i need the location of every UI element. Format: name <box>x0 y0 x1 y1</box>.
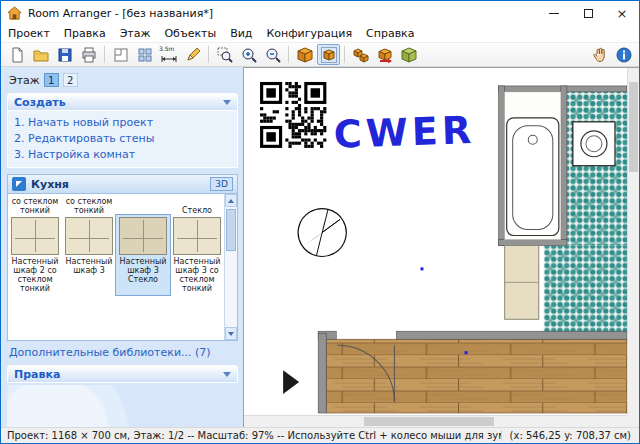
scrollbar-thumb[interactable] <box>364 417 494 426</box>
library-icon <box>12 177 26 191</box>
canvas-vertical-scrollbar[interactable] <box>627 68 639 415</box>
library-item[interactable]: Настенный шкаф 2 со стеклом тонкий <box>8 215 62 295</box>
pencil-icon <box>185 47 201 63</box>
menu-objects[interactable]: Объекты <box>157 26 223 41</box>
edit-panel: Правка <box>7 365 238 383</box>
floor-tab-1[interactable]: 1 <box>44 73 59 87</box>
floor-plan-canvas[interactable]: CWER <box>244 68 627 415</box>
zoom-in-button[interactable] <box>237 44 260 65</box>
library-partial-row: со стеклом тонкий со стеклом тонкий Стек… <box>8 194 224 215</box>
close-button[interactable]: × <box>605 1 639 25</box>
library-item-label: Настенный шкаф 2 со стеклом тонкий <box>9 257 61 293</box>
info-button[interactable] <box>612 44 635 65</box>
save-button[interactable] <box>53 44 76 65</box>
menu-edit[interactable]: Правка <box>57 26 113 41</box>
hand-tool-button[interactable] <box>588 44 611 65</box>
link-edit-walls[interactable]: 2. Редактировать стены <box>14 131 231 147</box>
chevron-down-icon[interactable] <box>223 372 231 377</box>
open-folder-icon <box>33 47 49 63</box>
scrollbar-thumb[interactable] <box>629 82 638 172</box>
walkthrough-button[interactable] <box>373 44 396 65</box>
dimension-button[interactable]: 3.5m <box>157 44 180 65</box>
canvas-horizontal-scrollbar[interactable] <box>244 415 627 427</box>
menu-view[interactable]: Вид <box>223 26 259 41</box>
bathtub[interactable] <box>507 118 559 236</box>
cabinet-thumbnail <box>65 217 113 255</box>
floor-plan-area: CWER <box>243 67 639 427</box>
library-item[interactable]: Настенный шкаф 3 со стеклом тонкий <box>170 215 224 295</box>
more-libraries-link[interactable]: Дополнительные библиотеки... (7) <box>9 346 238 359</box>
library-scrollbar[interactable] <box>224 194 237 340</box>
app-icon <box>7 6 22 21</box>
view-3d-button[interactable] <box>293 44 316 65</box>
zoom-window-button[interactable] <box>213 44 236 65</box>
objects-3d-button[interactable] <box>349 44 372 65</box>
floor-label: Этаж <box>9 74 40 87</box>
menu-configuration[interactable]: Конфигурация <box>259 26 359 41</box>
library-title: Кухня <box>31 178 205 191</box>
triangle-marker[interactable] <box>283 370 299 394</box>
cabinet-thumbnail <box>119 217 167 255</box>
link-room-setup[interactable]: 3. Настройка комнат <box>14 147 231 163</box>
new-document-icon <box>9 47 25 63</box>
room-plan-icon <box>113 47 129 63</box>
library-header[interactable]: Кухня 3D <box>7 174 238 194</box>
library-item-selected[interactable]: Настенный шкаф 3 Стекло <box>116 215 170 295</box>
menu-help[interactable]: Справка <box>359 26 421 41</box>
library-list: со стеклом тонкий со стеклом тонкий Стек… <box>7 194 238 341</box>
minimize-button[interactable] <box>537 1 571 25</box>
close-icon: × <box>617 7 628 20</box>
scene-3d-icon <box>401 47 417 63</box>
floor-tab-2[interactable]: 2 <box>63 73 78 87</box>
title-bar[interactable]: Room Arranger - [без названия*] × <box>1 1 639 25</box>
library-partial-label[interactable]: Стекло <box>170 206 224 215</box>
menu-project[interactable]: Проект <box>1 26 57 41</box>
compass-symbol[interactable] <box>293 204 351 262</box>
dimension-label: 3.5m <box>159 45 174 52</box>
toolbar: 3.5m <box>1 43 639 67</box>
toolbar-separator <box>208 46 209 63</box>
chevron-down-icon[interactable] <box>223 100 231 105</box>
minimize-icon <box>549 13 559 14</box>
room-design-button[interactable] <box>109 44 132 65</box>
annotation-text[interactable]: CWER <box>333 108 476 157</box>
toolbar-separator <box>104 46 105 63</box>
maximize-button[interactable] <box>571 1 605 25</box>
tiled-floor-lower <box>544 245 627 333</box>
library-partial-label[interactable]: со стеклом тонкий <box>62 197 116 215</box>
view-3d-frame-button[interactable] <box>317 44 340 65</box>
scroll-down-button[interactable] <box>225 327 237 340</box>
link-start-new-project[interactable]: 1. Начать новый проект <box>14 115 231 131</box>
library-partial-label[interactable]: со стеклом тонкий <box>8 197 62 215</box>
scrollbar-thumb[interactable] <box>226 209 236 251</box>
washing-machine[interactable] <box>573 122 615 166</box>
zoom-out-button[interactable] <box>261 44 284 65</box>
arrow-down-icon <box>228 332 234 336</box>
scroll-up-button[interactable] <box>225 194 237 207</box>
library-item-label: Настенный шкаф 3 со стеклом тонкий <box>171 257 223 293</box>
create-panel: Создать 1. Начать новый проект 2. Редакт… <box>7 93 238 168</box>
cabinet-thumbnail <box>11 217 59 255</box>
status-coordinates: (x: 546,25 y: 708,37 см) <box>501 430 639 441</box>
draw-button[interactable] <box>181 44 204 65</box>
library-item[interactable]: Настенный шкаф 3 <box>62 215 116 295</box>
zoom-out-icon <box>265 47 281 63</box>
menu-bar: Проект Правка Этаж Объекты Вид Конфигура… <box>1 25 639 43</box>
library-3d-button[interactable]: 3D <box>210 177 233 191</box>
open-project-button[interactable] <box>29 44 52 65</box>
print-button[interactable] <box>77 44 100 65</box>
object-list-button[interactable] <box>133 44 156 65</box>
new-project-button[interactable] <box>5 44 28 65</box>
walkthrough-icon <box>377 47 393 63</box>
scene-3d-button[interactable] <box>397 44 420 65</box>
menu-floor[interactable]: Этаж <box>113 26 158 41</box>
cabinet[interactable] <box>505 245 539 319</box>
edit-panel-header[interactable]: Правка <box>7 365 238 383</box>
create-panel-title: Создать <box>14 96 66 109</box>
scrollbar-corner <box>627 415 639 427</box>
sidebar: Этаж 1 2 Создать 1. Начать новый проект … <box>1 67 243 427</box>
create-panel-header[interactable]: Создать <box>7 93 238 111</box>
cube-frame-3d-icon <box>321 47 337 63</box>
main-area: Этаж 1 2 Создать 1. Начать новый проект … <box>1 67 639 427</box>
status-bar: Проект: 1168 × 700 см, Этаж: 1/2 -- Масш… <box>1 427 639 443</box>
